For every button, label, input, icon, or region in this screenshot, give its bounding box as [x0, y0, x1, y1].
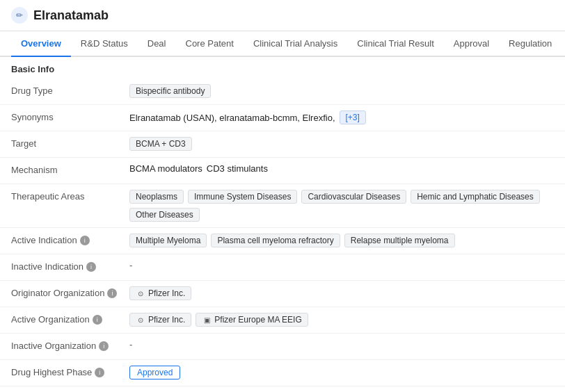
active-org-label: Active Organization i: [11, 313, 129, 325]
originator-org-tag[interactable]: ⊙ Pfizer Inc.: [129, 286, 191, 300]
synonyms-more[interactable]: [+3]: [340, 111, 366, 124]
synonyms-label: Synonyms: [11, 111, 129, 122]
therapeutic-row: Therapeutic Areas Neoplasms Immune Syste…: [0, 184, 565, 228]
mechanism-row: Mechanism BCMA modulators CD3 stimulants: [0, 158, 565, 184]
tab-overview[interactable]: Overview: [11, 31, 71, 57]
therapeutic-tag-4: Other Diseases: [129, 208, 200, 222]
highest-phase-value: Approved: [129, 366, 554, 379]
drug-type-value: Bispecific antibody: [129, 84, 554, 98]
tab-clinical-trial-analysis[interactable]: Clinical Trial Analysis: [244, 31, 347, 57]
highest-phase-info-icon: i: [95, 368, 104, 377]
active-org-row: Active Organization i ⊙ Pfizer Inc. ▣ Pf…: [0, 307, 565, 334]
therapeutic-tag-1: Immune System Diseases: [188, 190, 297, 204]
target-label: Target: [11, 137, 129, 149]
synonyms-value: Elranatamab (USAN), elranatamab-bcmm, El…: [129, 111, 554, 124]
mechanism-label: Mechanism: [11, 163, 129, 175]
drug-type-row: Drug Type Bispecific antibody: [0, 79, 565, 105]
originator-org-row: Originator Organization i ⊙ Pfizer Inc.: [0, 281, 565, 307]
therapeutic-tags: Neoplasms Immune System Diseases Cardiov…: [129, 190, 554, 222]
tab-approval[interactable]: Approval: [444, 31, 499, 57]
tab-rd-status[interactable]: R&D Status: [71, 31, 138, 57]
inactive-indication-dash: -: [129, 260, 132, 270]
highest-phase-row: Drug Highest Phase i Approved: [0, 360, 565, 386]
therapeutic-tag-2: Cardiovascular Diseases: [301, 190, 406, 204]
page-title: Elranatamab: [33, 8, 109, 23]
nav-tabs: Overview R&D Status Deal Core Patent Cli…: [0, 31, 565, 57]
highest-phase-badge: Approved: [129, 366, 180, 379]
originator-org-label: Originator Organization i: [11, 286, 129, 298]
active-org-icon-2: ▣: [202, 315, 212, 325]
active-org-name-1: Pfizer Inc.: [148, 315, 185, 325]
active-org-tag-1[interactable]: ⊙ Pfizer Inc.: [129, 313, 191, 327]
active-org-tag-2[interactable]: ▣ Pfizer Europe MA EEIG: [196, 313, 308, 327]
active-indication-tag-1: Plasma cell myeloma refractory: [211, 234, 340, 247]
active-org-value: ⊙ Pfizer Inc. ▣ Pfizer Europe MA EEIG: [129, 313, 554, 327]
active-indication-info-icon: i: [80, 236, 90, 245]
inactive-org-dash: -: [129, 339, 132, 350]
inactive-org-value: -: [129, 339, 554, 350]
therapeutic-tag-0: Neoplasms: [129, 190, 184, 204]
mechanism-value2: CD3 stimulants: [207, 163, 268, 174]
synonyms-text: Elranatamab (USAN), elranatamab-bcmm, El…: [129, 113, 335, 123]
inactive-org-info-icon: i: [99, 341, 109, 351]
active-indication-tags: Multiple Myeloma Plasma cell myeloma ref…: [129, 234, 554, 247]
mechanism-value1: BCMA modulators: [129, 163, 202, 174]
active-org-info-icon: i: [93, 315, 102, 325]
tab-core-patent[interactable]: Core Patent: [176, 31, 244, 57]
therapeutic-tag-3: Hemic and Lymphatic Diseases: [411, 190, 540, 204]
originator-org-name: Pfizer Inc.: [148, 288, 185, 298]
drug-type-label: Drug Type: [11, 84, 129, 96]
therapeutic-label: Therapeutic Areas: [11, 190, 129, 202]
inactive-org-row: Inactive Organization i -: [0, 334, 565, 360]
first-approval-row: First Approval Date 2023-08-14: [0, 386, 565, 392]
originator-org-value: ⊙ Pfizer Inc.: [129, 286, 554, 300]
active-indication-tag-0: Multiple Myeloma: [129, 234, 207, 247]
target-value: BCMA + CD3: [129, 137, 554, 151]
active-indication-label: Active Indication i: [11, 234, 129, 245]
target-tag: BCMA + CD3: [129, 137, 192, 151]
tab-regulation[interactable]: Regulation: [499, 31, 562, 57]
originator-org-icon: ⊙: [136, 288, 145, 298]
mechanism-value: BCMA modulators CD3 stimulants: [129, 163, 554, 174]
inactive-org-label: Inactive Organization i: [11, 339, 129, 351]
inactive-indication-info-icon: i: [86, 262, 96, 272]
tab-deal[interactable]: Deal: [138, 31, 176, 57]
inactive-indication-row: Inactive Indication i -: [0, 254, 565, 281]
tab-clinical-trial-result[interactable]: Clinical Trial Result: [347, 31, 444, 57]
drug-icon: ✏: [11, 7, 28, 24]
drug-type-tag: Bispecific antibody: [129, 84, 211, 98]
basic-info-section: Basic Info: [0, 57, 565, 79]
synonyms-row: Synonyms Elranatamab (USAN), elranatamab…: [0, 105, 565, 131]
active-org-icon-1: ⊙: [136, 315, 145, 325]
page-header: ✏ Elranatamab: [0, 0, 565, 31]
target-row: Target BCMA + CD3: [0, 131, 565, 158]
inactive-indication-value: -: [129, 260, 554, 270]
active-indication-tag-2: Relapse multiple myeloma: [344, 234, 455, 247]
active-indication-row: Active Indication i Multiple Myeloma Pla…: [0, 228, 565, 254]
highest-phase-label: Drug Highest Phase i: [11, 366, 129, 377]
originator-info-icon: i: [107, 288, 117, 298]
active-org-name-2: Pfizer Europe MA EEIG: [214, 315, 301, 325]
inactive-indication-label: Inactive Indication i: [11, 260, 129, 272]
